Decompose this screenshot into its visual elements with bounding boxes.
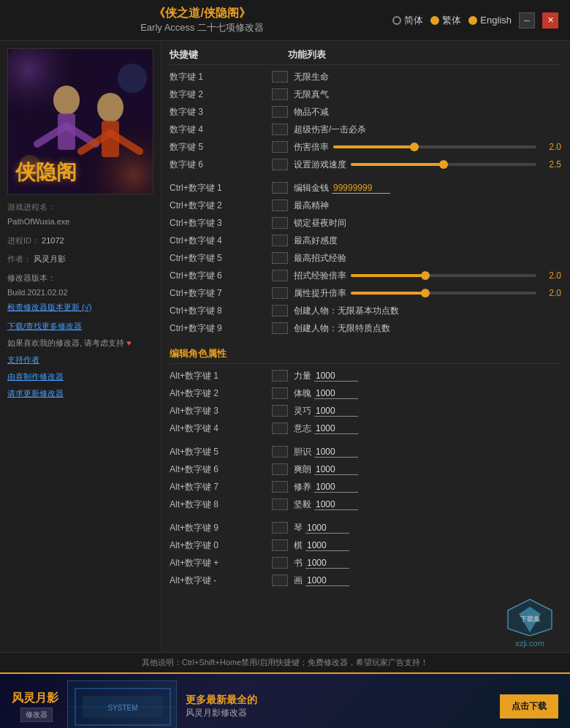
lang-fanti[interactable]: 繁体 [430, 14, 461, 27]
attr-input[interactable] [305, 540, 349, 551]
attr-input-container: 力量 [288, 370, 561, 382]
checkbox[interactable] [272, 387, 288, 399]
attr-name-label: 书 [294, 557, 303, 569]
func-input-label: 编辑金钱 [294, 182, 329, 194]
footer-ad-download-button[interactable]: 点击下载 [500, 694, 558, 718]
checkbox[interactable] [272, 88, 288, 100]
attr-name-label: 胆识 [294, 446, 311, 458]
func-label: 超级伤害/一击必杀 [288, 124, 561, 136]
attr-input[interactable] [314, 406, 358, 417]
checkbox[interactable] [272, 498, 288, 510]
slider-thumb[interactable] [421, 271, 430, 280]
close-button[interactable]: ✕ [542, 12, 558, 29]
attr-key-label: Alt+数字键 3 [170, 405, 272, 417]
edit-input[interactable] [332, 183, 390, 194]
attr-name-label: 坚毅 [294, 498, 311, 511]
attr-input[interactable] [305, 523, 349, 534]
checkbox[interactable] [272, 405, 288, 417]
slider-fill [351, 274, 425, 277]
slider-thumb[interactable] [421, 289, 430, 297]
attr-name-label: 灵巧 [294, 405, 311, 417]
cheat-row: Ctrl+数字键 1编辑金钱 [170, 179, 561, 197]
checkbox[interactable] [272, 575, 288, 586]
attr-input[interactable] [314, 447, 358, 458]
download-link[interactable]: 下载/查找更多修改器 [7, 321, 153, 332]
slider-thumb[interactable] [410, 143, 419, 151]
checkbox[interactable] [272, 446, 288, 458]
request-update-link[interactable]: 请求更新修改器 [7, 388, 153, 399]
author-value: 风灵月影 [34, 254, 66, 263]
attr-name-label: 修养 [294, 481, 311, 493]
func-label: 无限真气 [288, 88, 561, 101]
version-value: Build.2021.02.02 [7, 286, 153, 300]
slider-container: 伤害倍率2.0 [288, 141, 561, 153]
cheat-row: 数字键 6设置游戏速度2.5 [170, 156, 561, 173]
checkbox[interactable] [272, 252, 288, 264]
cheat-row: Ctrl+数字键 3锁定昼夜时间 [170, 214, 561, 232]
request-make-link[interactable]: 由喜制作修改器 [7, 371, 153, 382]
attr-input-container: 灵巧 [288, 405, 561, 417]
checkbox[interactable] [272, 217, 288, 229]
attr-row: Alt+数字键 0棋 [170, 536, 561, 554]
check-update[interactable]: 检查修改器版本更新 (√) [7, 300, 153, 315]
footer-ad: 风灵月影 修改器 SYSTEM 更多最新最全的 风灵月影修改器 点击下载 [0, 672, 570, 728]
attr-input-container: 爽朗 [288, 463, 561, 476]
lang-english[interactable]: English [468, 15, 512, 26]
slider-track[interactable] [351, 163, 536, 166]
checkbox[interactable] [272, 305, 288, 316]
input-container: 编辑金钱 [288, 182, 561, 194]
minimize-button[interactable]: ─ [519, 12, 535, 29]
checkbox[interactable] [272, 124, 288, 135]
pid-value: 21072 [42, 236, 64, 245]
attr-input[interactable] [314, 423, 358, 434]
divider2 [170, 337, 561, 343]
slider-track[interactable] [333, 145, 536, 148]
checkbox[interactable] [272, 287, 288, 299]
slider-track[interactable] [351, 274, 536, 277]
slider-track[interactable] [351, 292, 536, 295]
checkbox[interactable] [272, 159, 288, 170]
checkbox[interactable] [272, 270, 288, 281]
slider-thumb[interactable] [439, 160, 448, 169]
svg-point-12 [118, 64, 147, 93]
func-text: 招式经验倍率 [294, 270, 346, 282]
attr-input[interactable] [314, 388, 358, 399]
checkbox[interactable] [272, 539, 288, 551]
attr-name-label: 画 [294, 575, 303, 587]
checkbox[interactable] [272, 71, 288, 83]
lang-jianti[interactable]: 简体 [392, 14, 423, 27]
attr-row: Alt+数字键 4意志 [170, 420, 561, 437]
attr-row: Alt+数字键 +书 [170, 554, 561, 572]
checkbox[interactable] [272, 235, 288, 246]
attr-input[interactable] [305, 558, 349, 569]
checkbox[interactable] [272, 522, 288, 534]
footer-ad-graphic: SYSTEM [67, 680, 177, 728]
attr-input[interactable] [314, 464, 358, 475]
radio-fanti-icon [430, 16, 439, 25]
attr-input-container: 意志 [288, 422, 561, 435]
checkbox[interactable] [272, 200, 288, 211]
checkbox[interactable] [272, 106, 288, 118]
attr-key-label: Alt+数字键 2 [170, 387, 272, 400]
attr-input[interactable] [314, 371, 358, 382]
attr-input[interactable] [305, 575, 349, 586]
support-link[interactable]: 支持作者 [7, 354, 153, 365]
cheat-row: Ctrl+数字键 4最高好感度 [170, 232, 561, 249]
checkbox[interactable] [272, 422, 288, 434]
checkbox[interactable] [272, 481, 288, 493]
checkbox[interactable] [272, 370, 288, 382]
checkbox[interactable] [272, 557, 288, 569]
cheat-row: Ctrl+数字键 6招式经验倍率2.0 [170, 267, 561, 284]
pid-row: 进程ID： 21072 [7, 234, 153, 249]
process-value: PathOfWuxia.exe [7, 215, 153, 230]
attr-input-container: 画 [288, 575, 561, 587]
checkbox[interactable] [272, 463, 288, 475]
radio-english-icon [468, 16, 477, 25]
checkbox[interactable] [272, 322, 288, 334]
sidebar-info: 游戏进程名： PathOfWuxia.exe 进程ID： 21072 作者： 风… [7, 200, 153, 315]
divider1 [170, 173, 561, 179]
checkbox[interactable] [272, 141, 288, 153]
attr-input[interactable] [314, 482, 358, 493]
attr-input[interactable] [314, 499, 358, 510]
checkbox[interactable] [272, 182, 288, 194]
